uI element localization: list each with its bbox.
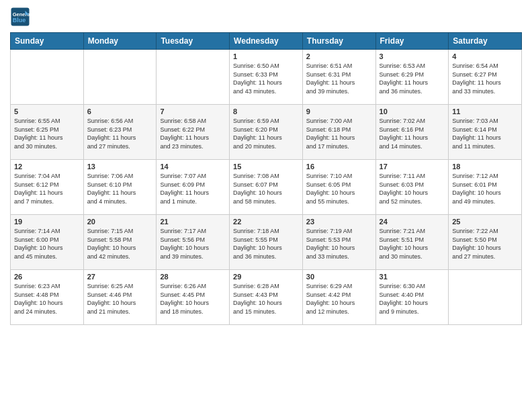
day-info: Sunrise: 6:25 AM Sunset: 4:46 PM Dayligh… (87, 282, 153, 316)
day-info: Sunrise: 6:23 AM Sunset: 4:48 PM Dayligh… (14, 282, 80, 316)
day-info: Sunrise: 7:11 AM Sunset: 6:03 PM Dayligh… (380, 172, 445, 205)
calendar-table: SundayMondayTuesdayWednesdayThursdayFrid… (10, 32, 522, 325)
day-number: 24 (380, 218, 445, 226)
calendar-cell: 2Sunrise: 6:51 AM Sunset: 6:31 PM Daylig… (302, 50, 375, 105)
calendar-cell (11, 50, 84, 105)
day-number: 15 (233, 163, 299, 171)
day-number: 23 (306, 218, 372, 226)
calendar-cell: 29Sunrise: 6:28 AM Sunset: 4:43 PM Dayli… (230, 270, 303, 325)
day-info: Sunrise: 7:00 AM Sunset: 6:18 PM Dayligh… (306, 117, 372, 150)
day-info: Sunrise: 7:07 AM Sunset: 6:09 PM Dayligh… (160, 172, 226, 205)
day-number: 6 (87, 107, 153, 116)
calendar-week-4: 26Sunrise: 6:23 AM Sunset: 4:48 PM Dayli… (11, 270, 522, 325)
calendar-cell: 27Sunrise: 6:25 AM Sunset: 4:46 PM Dayli… (83, 270, 157, 325)
day-number: 31 (380, 273, 445, 281)
weekday-header-wednesday: Wednesday (230, 33, 303, 50)
day-number: 26 (14, 273, 80, 281)
calendar-cell: 31Sunrise: 6:30 AM Sunset: 4:40 PM Dayli… (375, 270, 449, 325)
day-info: Sunrise: 6:53 AM Sunset: 6:29 PM Dayligh… (380, 62, 445, 95)
calendar-cell: 9Sunrise: 7:00 AM Sunset: 6:18 PM Daylig… (302, 105, 375, 160)
svg-text:Blue: Blue (13, 17, 26, 24)
calendar-cell: 28Sunrise: 6:26 AM Sunset: 4:45 PM Dayli… (157, 270, 230, 325)
calendar-cell: 19Sunrise: 7:14 AM Sunset: 6:00 PM Dayli… (11, 215, 84, 270)
day-info: Sunrise: 7:22 AM Sunset: 5:50 PM Dayligh… (452, 227, 518, 261)
day-number: 3 (380, 52, 445, 60)
day-number: 30 (306, 273, 372, 281)
day-number: 29 (233, 273, 299, 281)
calendar-cell: 23Sunrise: 7:19 AM Sunset: 5:53 PM Dayli… (302, 215, 375, 270)
calendar-cell (83, 50, 157, 105)
day-info: Sunrise: 6:51 AM Sunset: 6:31 PM Dayligh… (306, 62, 372, 95)
day-info: Sunrise: 7:10 AM Sunset: 6:05 PM Dayligh… (306, 172, 372, 205)
day-info: Sunrise: 6:56 AM Sunset: 6:23 PM Dayligh… (87, 117, 153, 150)
day-info: Sunrise: 7:17 AM Sunset: 5:56 PM Dayligh… (160, 227, 226, 261)
calendar-cell: 11Sunrise: 7:03 AM Sunset: 6:14 PM Dayli… (449, 105, 522, 160)
weekday-header-monday: Monday (83, 33, 157, 50)
day-number: 13 (87, 163, 153, 171)
day-number: 16 (306, 163, 372, 171)
calendar-cell (157, 50, 230, 105)
calendar-cell: 8Sunrise: 6:59 AM Sunset: 6:20 PM Daylig… (230, 105, 303, 160)
calendar-cell: 7Sunrise: 6:58 AM Sunset: 6:22 PM Daylig… (157, 105, 230, 160)
calendar-cell: 3Sunrise: 6:53 AM Sunset: 6:29 PM Daylig… (375, 50, 449, 105)
calendar-cell: 18Sunrise: 7:12 AM Sunset: 6:01 PM Dayli… (449, 160, 522, 215)
day-info: Sunrise: 6:28 AM Sunset: 4:43 PM Dayligh… (233, 282, 299, 316)
calendar-week-3: 19Sunrise: 7:14 AM Sunset: 6:00 PM Dayli… (11, 215, 522, 270)
calendar-cell: 22Sunrise: 7:18 AM Sunset: 5:55 PM Dayli… (230, 215, 303, 270)
weekday-header-friday: Friday (375, 33, 449, 50)
calendar-cell: 26Sunrise: 6:23 AM Sunset: 4:48 PM Dayli… (11, 270, 84, 325)
day-number: 9 (306, 107, 372, 116)
calendar-cell: 14Sunrise: 7:07 AM Sunset: 6:09 PM Dayli… (157, 160, 230, 215)
calendar-cell: 20Sunrise: 7:15 AM Sunset: 5:58 PM Dayli… (83, 215, 157, 270)
day-number: 19 (14, 218, 80, 226)
calendar-cell (449, 270, 522, 325)
day-number: 22 (233, 218, 299, 226)
calendar-week-0: 1Sunrise: 6:50 AM Sunset: 6:33 PM Daylig… (11, 50, 522, 105)
calendar-cell: 15Sunrise: 7:08 AM Sunset: 6:07 PM Dayli… (230, 160, 303, 215)
calendar-cell: 6Sunrise: 6:56 AM Sunset: 6:23 PM Daylig… (83, 105, 157, 160)
calendar-cell: 12Sunrise: 7:04 AM Sunset: 6:12 PM Dayli… (11, 160, 84, 215)
calendar-cell: 10Sunrise: 7:02 AM Sunset: 6:16 PM Dayli… (375, 105, 449, 160)
calendar-cell: 1Sunrise: 6:50 AM Sunset: 6:33 PM Daylig… (230, 50, 303, 105)
day-number: 2 (306, 52, 372, 60)
day-info: Sunrise: 7:19 AM Sunset: 5:53 PM Dayligh… (306, 227, 372, 261)
day-info: Sunrise: 7:02 AM Sunset: 6:16 PM Dayligh… (380, 117, 445, 150)
day-number: 1 (233, 52, 299, 60)
day-number: 12 (14, 163, 80, 171)
day-info: Sunrise: 7:21 AM Sunset: 5:51 PM Dayligh… (380, 227, 445, 261)
logo: General Blue (10, 7, 33, 27)
day-info: Sunrise: 7:15 AM Sunset: 5:58 PM Dayligh… (87, 227, 153, 261)
day-info: Sunrise: 6:26 AM Sunset: 4:45 PM Dayligh… (160, 282, 226, 316)
calendar-week-1: 5Sunrise: 6:55 AM Sunset: 6:25 PM Daylig… (11, 105, 522, 160)
day-info: Sunrise: 6:29 AM Sunset: 4:42 PM Dayligh… (306, 282, 372, 316)
day-number: 8 (233, 107, 299, 116)
weekday-header-tuesday: Tuesday (157, 33, 230, 50)
header: General Blue (10, 7, 522, 27)
calendar-cell: 30Sunrise: 6:29 AM Sunset: 4:42 PM Dayli… (302, 270, 375, 325)
calendar-cell: 25Sunrise: 7:22 AM Sunset: 5:50 PM Dayli… (449, 215, 522, 270)
day-info: Sunrise: 6:30 AM Sunset: 4:40 PM Dayligh… (380, 282, 445, 316)
day-info: Sunrise: 7:06 AM Sunset: 6:10 PM Dayligh… (87, 172, 153, 205)
day-number: 18 (452, 163, 518, 171)
day-number: 10 (380, 107, 445, 116)
calendar-cell: 21Sunrise: 7:17 AM Sunset: 5:56 PM Dayli… (157, 215, 230, 270)
page: General Blue SundayMondayTuesdayWednesda… (0, 0, 532, 411)
day-info: Sunrise: 6:59 AM Sunset: 6:20 PM Dayligh… (233, 117, 299, 150)
day-info: Sunrise: 6:50 AM Sunset: 6:33 PM Dayligh… (233, 62, 299, 95)
day-number: 27 (87, 273, 153, 281)
weekday-header-row: SundayMondayTuesdayWednesdayThursdayFrid… (11, 33, 522, 50)
day-info: Sunrise: 6:54 AM Sunset: 6:27 PM Dayligh… (452, 62, 518, 95)
day-number: 21 (160, 218, 226, 226)
day-info: Sunrise: 7:04 AM Sunset: 6:12 PM Dayligh… (14, 172, 80, 205)
day-info: Sunrise: 6:58 AM Sunset: 6:22 PM Dayligh… (160, 117, 226, 150)
weekday-header-thursday: Thursday (302, 33, 375, 50)
day-number: 14 (160, 163, 226, 171)
calendar-cell: 24Sunrise: 7:21 AM Sunset: 5:51 PM Dayli… (375, 215, 449, 270)
day-info: Sunrise: 7:18 AM Sunset: 5:55 PM Dayligh… (233, 227, 299, 261)
calendar-cell: 4Sunrise: 6:54 AM Sunset: 6:27 PM Daylig… (449, 50, 522, 105)
weekday-header-sunday: Sunday (11, 33, 84, 50)
day-info: Sunrise: 7:03 AM Sunset: 6:14 PM Dayligh… (452, 117, 518, 150)
day-info: Sunrise: 7:08 AM Sunset: 6:07 PM Dayligh… (233, 172, 299, 205)
calendar-week-2: 12Sunrise: 7:04 AM Sunset: 6:12 PM Dayli… (11, 160, 522, 215)
day-number: 7 (160, 107, 226, 116)
